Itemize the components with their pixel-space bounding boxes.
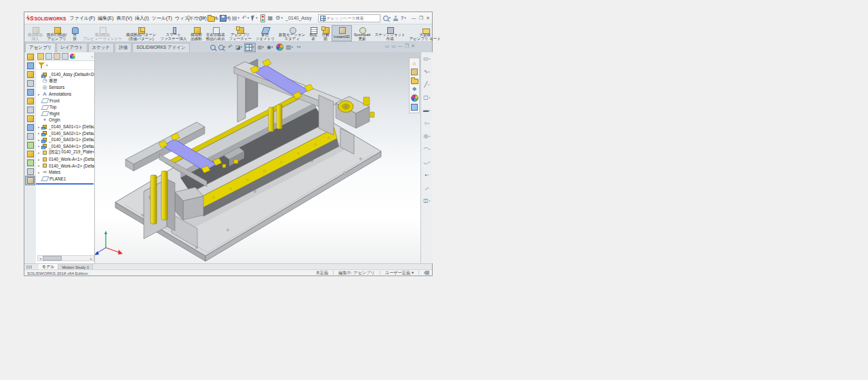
tag-icon[interactable]: [424, 271, 429, 275]
ribbon-button-構成部品移動[interactable]: 構成部品移動: [189, 25, 204, 41]
tab-SOLIDWORKS アドイン[interactable]: SOLIDWORKS アドイン: [132, 43, 189, 52]
menu-item[interactable]: ファイル(F): [68, 14, 97, 22]
tree-horizontal-scrollbar[interactable]: ◂ ▸: [37, 255, 94, 261]
options-button[interactable]: ⚙▾: [275, 14, 283, 22]
tree-item[interactable]: Front: [36, 97, 94, 104]
dimxpert-manager-tab[interactable]: [62, 53, 68, 60]
menu-item[interactable]: 表示(V): [115, 14, 134, 22]
ribbon-button-スナップショット作成[interactable]: スナップショット作成: [372, 25, 407, 41]
zoom-area-button[interactable]: ▾: [218, 44, 226, 51]
component-preview-icon[interactable]: [26, 79, 35, 88]
point-button[interactable]: •▸: [421, 168, 433, 181]
search-input[interactable]: [327, 16, 374, 20]
menu-item[interactable]: 挿入(I): [134, 14, 151, 22]
motion-study-icon[interactable]: [26, 132, 35, 140]
print-button[interactable]: ▤▾: [231, 14, 240, 22]
select-button[interactable]: ▾: [251, 14, 258, 22]
help-button[interactable]: ?▾: [400, 16, 407, 20]
tree-item[interactable]: ▸_0140_SA04<1> (Default): [36, 143, 94, 150]
tree-item[interactable]: ◎Sensors: [36, 84, 94, 91]
search-box[interactable]: [318, 14, 380, 22]
scroll-left-icon[interactable]: ◂: [38, 256, 43, 261]
perimeter-circle-button[interactable]: ◎▸: [421, 130, 433, 142]
spline-button[interactable]: ∿▸: [421, 65, 433, 78]
center-rectangle-button[interactable]: ▢▸: [421, 91, 433, 104]
ribbon-button-instant3d[interactable]: Instant3D: [332, 25, 352, 41]
expand-arrow-icon[interactable]: ▸: [38, 170, 41, 174]
apply-scene-button[interactable]: ▨▾: [285, 44, 294, 51]
reference-geometry-icon[interactable]: [26, 124, 35, 132]
ribbon-button-合致[interactable]: 合致: [68, 25, 81, 41]
instant3d-icon[interactable]: [26, 176, 35, 185]
smart-fasteners-icon[interactable]: [26, 88, 35, 96]
hide-show-items-button[interactable]: ◉▾: [266, 44, 274, 51]
menu-item[interactable]: 編集(E): [96, 14, 115, 22]
graphics-viewport[interactable]: ⌂❖: [95, 52, 420, 263]
ribbon-button-構成部品パターン(直線パターン)[interactable]: 構成部品パターン(直線パターン): [124, 25, 158, 41]
tree-item[interactable]: _0140_Assy (Default<Default_D: [36, 71, 94, 78]
expand-arrow-icon[interactable]: ▸: [38, 157, 41, 162]
tree-item[interactable]: ▸_0140_SA02<1> (Default<D: [36, 130, 94, 136]
tangent-arc-button[interactable]: ◡▸: [421, 155, 433, 168]
edit-appearance-button[interactable]: [275, 43, 284, 52]
login-icon[interactable]: [393, 16, 398, 21]
custom-properties-icon[interactable]: [411, 104, 418, 111]
view-palette-icon[interactable]: ❖: [412, 86, 418, 92]
bill-of-materials-icon[interactable]: [26, 141, 35, 149]
property-manager-tab[interactable]: [45, 53, 52, 60]
undo-button[interactable]: ↶▾: [241, 14, 250, 22]
tree-item[interactable]: ▸∞Mates: [36, 169, 94, 176]
open-button[interactable]: ▾: [207, 14, 218, 22]
minimize-button[interactable]: —: [412, 16, 416, 21]
expand-arrow-icon[interactable]: ▸: [38, 144, 41, 148]
ribbon-button-アセンブリフィーチャー[interactable]: アセンブリフィーチャー: [226, 25, 254, 41]
restore-button[interactable]: ❐: [419, 16, 423, 21]
tree-item[interactable]: ▸0140_Work-A<1> (Default): [36, 156, 94, 163]
ribbon-button-構成部品プレビュー ウィンドウ[interactable]: 構成部品プレビュー ウィンドウ: [81, 25, 124, 41]
move-component-icon[interactable]: [26, 97, 35, 105]
zoom-fit-button[interactable]: [210, 44, 216, 51]
3d-model[interactable]: [95, 52, 420, 263]
tree-item[interactable]: ▸_0140_SA01<1> (Default<D: [36, 124, 94, 130]
menu-item[interactable]: ツール(T): [150, 14, 173, 22]
ribbon-button-参照ジオメトリ[interactable]: 参照ジオメトリ: [254, 25, 277, 41]
design-library-icon[interactable]: [411, 69, 418, 75]
expand-arrow-icon[interactable]: ▸: [38, 131, 41, 135]
feature-manager-tab[interactable]: [37, 53, 44, 60]
ribbon-button-構成部品挿入[interactable]: 構成部品挿入: [26, 25, 45, 41]
three-point-arc-button[interactable]: ◠▸: [421, 142, 433, 155]
tab-レイアウト[interactable]: レイアウト: [56, 43, 87, 52]
pin-icon[interactable]: [186, 16, 191, 20]
tree-filter[interactable]: ▾: [36, 61, 94, 70]
rebuild-button[interactable]: [260, 14, 266, 22]
search-button[interactable]: ▾: [382, 16, 392, 21]
tree-item[interactable]: ◷履歴: [36, 78, 94, 85]
scroll-thumb[interactable]: [43, 256, 62, 261]
tree-item[interactable]: ▸0140_Work-A<2> (Default): [36, 162, 94, 169]
ribbon-button-部品表[interactable]: 部品表: [307, 25, 319, 41]
tab-評価[interactable]: 評価: [115, 43, 132, 52]
child-restore-button[interactable]: ❐: [405, 43, 409, 49]
home-button[interactable]: ⌂: [193, 14, 197, 22]
panel-tabs-more-icon[interactable]: ›: [92, 54, 93, 58]
sketch-fillet-button[interactable]: ◞▸: [421, 181, 433, 194]
previous-view-button[interactable]: ↶: [228, 44, 234, 51]
ribbon-button-非表示構成部品の表示[interactable]: 非表示構成部品の表示: [204, 25, 227, 41]
tree-item[interactable]: ⌖Origin: [36, 117, 94, 124]
status-item[interactable]: ユーザー定義 ▾: [385, 270, 414, 276]
mirror-entities-button[interactable]: ◫▸: [421, 194, 433, 207]
child-minimize-button[interactable]: —: [398, 43, 403, 49]
new-document-button[interactable]: ▯▾: [199, 14, 205, 22]
display-manager-tab[interactable]: [70, 54, 75, 59]
save-button[interactable]: ▾: [219, 14, 230, 22]
section-view-button[interactable]: ◪▾: [235, 44, 243, 51]
appearances-scenes-icon[interactable]: [411, 94, 418, 102]
ribbon-button-新規モーションスタディ[interactable]: 新規モーションスタディ: [277, 25, 307, 41]
child-close-button[interactable]: ✕: [411, 43, 415, 49]
tree-item[interactable]: ▸(固定) 0140_219_Plate<1> (..: [36, 149, 94, 156]
view-settings-button[interactable]: ◔▾: [295, 44, 301, 51]
component-pattern-icon[interactable]: [26, 71, 35, 79]
corner-rectangle-button[interactable]: ▭▸: [421, 52, 433, 65]
tree-item[interactable]: PLANE1: [36, 176, 94, 183]
tree-item[interactable]: Right: [36, 111, 94, 117]
